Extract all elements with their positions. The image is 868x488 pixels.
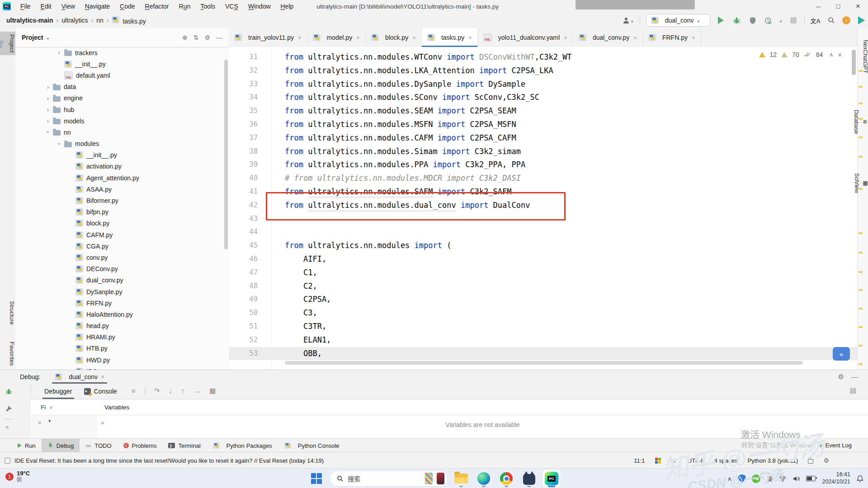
more-icon[interactable]: » <box>5 423 9 430</box>
project-header-label[interactable]: Project <box>22 34 43 41</box>
tree-item-HTB-py[interactable]: HTB.py <box>15 343 229 354</box>
profiler-button[interactable] <box>764 15 774 25</box>
code-line-53[interactable]: 53 OBB, <box>229 347 857 361</box>
pycharm-taskbar-button[interactable]: PC <box>542 469 561 488</box>
code-line-35[interactable]: 35from ultralytics.nn.modules.SEAM impor… <box>229 104 857 118</box>
search-highlight-image[interactable] <box>437 473 444 484</box>
security-shield-icon[interactable] <box>738 474 745 483</box>
inspections-widget[interactable]: 12 70 ✓✓ 84 ∧∨ <box>759 51 842 59</box>
code-line-44[interactable]: 44 <box>229 225 857 239</box>
code-line-50[interactable]: 50 C3, <box>229 306 857 320</box>
menu-item-navigate[interactable]: Navigate <box>80 3 115 10</box>
caret-position[interactable]: 11:1 <box>634 457 645 464</box>
hide-panel-button[interactable]: « <box>833 347 850 361</box>
vertical-scrollbar[interactable] <box>852 50 856 75</box>
tree-item-FRFN-py[interactable]: FRFN.py <box>15 297 229 309</box>
tree-item-HWD-py[interactable]: HWD.py <box>15 354 229 366</box>
menu-item-edit[interactable]: Edit <box>36 3 57 10</box>
close-icon[interactable]: × <box>633 34 637 41</box>
hidden-icons-chevron[interactable]: ∧ <box>727 475 732 482</box>
next-problem-icon[interactable]: ∨ <box>838 52 842 58</box>
user-account-button[interactable] <box>623 16 634 24</box>
tree-item-default-yaml[interactable]: YMLdefault.yaml <box>15 70 229 81</box>
code-line-52[interactable]: 52 ELAN1, <box>229 333 857 347</box>
run-button[interactable] <box>716 15 726 25</box>
lock-icon[interactable] <box>808 459 813 464</box>
tab-dual_conv-py[interactable]: dual_conv.py× <box>573 28 643 47</box>
code-line-49[interactable]: 49 C2PSA, <box>229 293 857 306</box>
tree-item-CGA-py[interactable]: CGA.py <box>15 240 229 252</box>
tool-button-python-console[interactable]: Python Console <box>278 439 345 452</box>
event-log-button[interactable]: Event Log <box>818 438 852 452</box>
frames-more-icon[interactable]: » <box>38 419 41 426</box>
tree-item-data[interactable]: ›data <box>15 81 229 93</box>
tree-item-HaloAttention-py[interactable]: HaloAttention.py <box>15 309 229 320</box>
plugin-logo-icon[interactable] <box>856 15 866 25</box>
tree-item-trackers[interactable]: ›trackers <box>15 47 229 58</box>
tool-button-debug[interactable]: Debug <box>42 439 80 452</box>
tree-chevron-icon[interactable]: › <box>45 127 52 137</box>
update-icon[interactable]: ↑ <box>842 16 850 24</box>
tree-item-IDC-py[interactable]: IDC.py <box>15 366 229 370</box>
tab-model-py[interactable]: model.py× <box>307 28 366 47</box>
tree-item-bifpn-py[interactable]: bifpn.py <box>15 206 229 218</box>
tree-chevron-icon[interactable]: › <box>43 95 53 102</box>
close-icon[interactable]: × <box>412 34 416 41</box>
menu-item-run[interactable]: Run <box>174 3 196 10</box>
menu-item-window[interactable]: Window <box>243 3 276 10</box>
left-strip-project[interactable]: Project <box>0 32 15 55</box>
tree-item-hub[interactable]: ›hub <box>15 104 229 115</box>
tab-yolo11_dualconv-yaml[interactable]: YMLyolo11_dualconv.yaml× <box>478 28 573 47</box>
tree-item-__init__-py[interactable]: __init__.py <box>15 58 229 70</box>
code-line-39[interactable]: 39from ultralytics.nn.modules.PPA import… <box>229 158 857 172</box>
notification-bell-icon[interactable] <box>857 475 863 482</box>
settings-wrench-icon[interactable] <box>6 405 12 412</box>
breadcrumb-item-ultralytics[interactable]: ultralytics <box>61 17 88 24</box>
layout-settings-icon[interactable]: ▤ <box>850 386 856 394</box>
close-icon[interactable]: × <box>356 34 360 41</box>
tree-chevron-icon[interactable]: › <box>43 117 53 124</box>
tree-item-DySanple-py[interactable]: DySanple.py <box>15 286 229 297</box>
menu-item-tools[interactable]: Tools <box>195 3 220 10</box>
code-line-47[interactable]: 47 C1, <box>229 266 857 280</box>
indent-setting[interactable]: 4 spaces <box>714 457 738 464</box>
tree-chevron-icon[interactable]: › <box>56 139 63 149</box>
tree-chevron-icon[interactable]: › <box>43 84 53 90</box>
close-icon[interactable]: × <box>101 373 104 380</box>
line-separator[interactable]: LF <box>671 457 678 464</box>
cat-app-button[interactable] <box>520 469 538 488</box>
tree-item-engine[interactable]: ›engine <box>15 93 229 104</box>
code-line-46[interactable]: 46 AIFI, <box>229 253 857 266</box>
tab-block-py[interactable]: block.py× <box>366 28 422 47</box>
menu-item-code[interactable]: Code <box>115 3 140 10</box>
tree-item-models[interactable]: ›models <box>15 115 229 127</box>
frames-filter-label[interactable]: Fi <box>41 404 46 411</box>
minimize-button[interactable] <box>808 0 828 13</box>
chevron-down-icon[interactable] <box>46 34 49 41</box>
code-line-34[interactable]: 34from ultralytics.nn.modules.SConv impo… <box>229 91 857 104</box>
battery-icon[interactable] <box>806 476 816 481</box>
tree-item-nn[interactable]: ›nn <box>15 127 229 138</box>
chevron-down-icon[interactable]: ∨ <box>49 405 52 410</box>
tree-item-Biformer-py[interactable]: Biformer.py <box>15 195 229 206</box>
tool-button-todo[interactable]: ≔TODO <box>80 439 117 452</box>
tool-button-problems[interactable]: !Problems <box>118 439 163 452</box>
taskbar-search-box[interactable]: 搜索 <box>330 470 448 487</box>
locate-file-icon[interactable]: ⊕ <box>182 34 188 41</box>
tree-item-block-py[interactable]: block.py <box>15 218 229 229</box>
step-over-icon[interactable]: ↷ <box>154 387 160 396</box>
left-strip-favorites[interactable]: Favorites <box>0 339 15 368</box>
tree-item-ASAA-py[interactable]: ASAA.py <box>15 183 229 195</box>
tree-chevron-icon[interactable]: › <box>43 106 53 113</box>
evaluate-expression-icon[interactable]: ▦ <box>209 387 216 396</box>
right-strip-database[interactable]: ≋Database <box>858 107 868 137</box>
tool-button-run[interactable]: Run <box>12 439 42 452</box>
close-icon[interactable]: × <box>468 34 472 41</box>
tree-item-modules[interactable]: ›modules <box>15 138 229 150</box>
code-line-32[interactable]: 32from ultralytics.nn.modules.LKA_Attent… <box>229 64 857 78</box>
code-line-36[interactable]: 36from ultralytics.nn.modules.MSFN impor… <box>229 118 857 131</box>
code-line-40[interactable]: 40# from ultralytics.nn.modules.MDCR imp… <box>229 172 857 185</box>
collapse-all-icon[interactable]: ⇅ <box>193 34 199 41</box>
tree-item-Agent_attention-py[interactable]: Agent_attention.py <box>15 172 229 183</box>
gear-icon[interactable]: ⚙ <box>823 457 829 464</box>
